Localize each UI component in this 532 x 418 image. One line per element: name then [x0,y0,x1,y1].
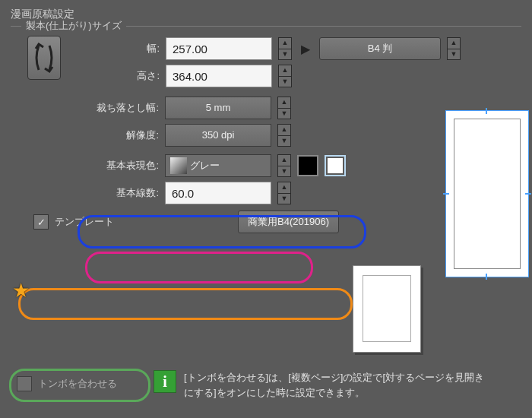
tombo-checkbox [17,376,32,391]
arrow-down-icon[interactable]: ▼ [279,49,291,60]
width-stepper[interactable]: ▲▼ [278,37,292,60]
arrow-up-icon[interactable]: ▲ [278,97,290,109]
orientation-button[interactable] [27,36,61,80]
basic-color-stepper[interactable]: ▲▼ [277,154,291,177]
arrow-up-icon[interactable]: ▲ [279,38,291,49]
template-label: テンプレート [55,215,114,229]
section-legend: 製本(仕上がり)サイズ [21,19,126,33]
arrow-down-icon[interactable]: ▼ [279,77,291,87]
arrow-down-icon[interactable]: ▼ [278,136,290,147]
template-button[interactable]: 商業用B4(201906) [238,211,339,233]
star-icon: ★ [12,279,30,302]
height-input[interactable] [166,65,272,87]
info-icon: i [154,370,176,393]
arrow-up-icon[interactable]: ▲ [278,182,290,194]
width-input[interactable] [166,37,272,60]
arrow-down-icon[interactable]: ▼ [278,194,290,204]
arrow-up-icon[interactable]: ▲ [448,38,460,49]
basic-color-label: 基本表現色: [11,159,159,173]
size-preset-button[interactable]: B4 判 [319,37,441,60]
arrow-down-icon[interactable]: ▼ [278,166,290,177]
bleed-label: 裁ち落とし幅: [11,101,159,115]
bleed-stepper[interactable]: ▲▼ [277,97,291,119]
resolution-stepper[interactable]: ▲▼ [277,124,291,147]
binding-size-section: 製本(仕上がり)サイズ 幅: ▲▼ ▶ B4 判 ▲▼ [11,26,521,233]
arrow-up-icon[interactable]: ▲ [279,65,291,77]
resolution-combo[interactable]: 350 dpi [165,124,271,147]
resolution-label: 解像度: [11,128,159,142]
bleed-combo[interactable]: 5 mm [165,97,271,119]
basic-lines-input[interactable] [165,182,271,204]
link-arrow-icon: ▶ [298,37,313,60]
tombo-label: トンボを合わせる [38,377,117,391]
arrow-up-icon[interactable]: ▲ [278,125,290,136]
basic-lines-label: 基本線数: [11,186,159,200]
arrow-down-icon[interactable]: ▼ [278,109,290,119]
arrow-up-icon[interactable]: ▲ [278,155,290,166]
template-checkbox[interactable]: ✓ [33,214,49,230]
width-label: 幅: [61,42,160,55]
height-label: 高さ: [61,69,160,83]
height-stepper[interactable]: ▲▼ [278,65,292,87]
basic-color-value: グレー [190,159,220,173]
page-preview-large [445,110,532,285]
arrow-down-icon[interactable]: ▼ [448,49,460,60]
basic-lines-stepper[interactable]: ▲▼ [277,182,291,204]
basic-color-combo[interactable]: グレー [165,154,271,177]
grey-gradient-icon [170,157,187,174]
info-text: [トンボを合わせる]は、[複数ページ]の設定で[対するページを見開きにする]をオ… [184,370,488,400]
swatch-black[interactable] [297,155,318,176]
preset-stepper[interactable]: ▲▼ [447,37,461,60]
page-preview-small [353,265,421,353]
swatch-white[interactable] [325,155,346,176]
